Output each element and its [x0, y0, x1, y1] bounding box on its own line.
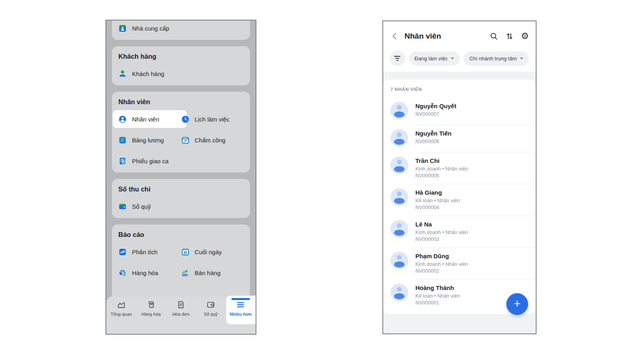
section-title: Khách hàng — [118, 53, 244, 60]
employee-name: Hoàng Thành — [415, 284, 460, 292]
invoice-icon — [176, 300, 186, 309]
overview-icon — [117, 300, 126, 309]
nav-tab-hoa-don[interactable]: Hóa đơn — [166, 300, 196, 334]
employee-role: Kinh doanh • Nhân viên — [415, 230, 468, 235]
employee-row[interactable]: Nguyễn Tiến NV000006 — [383, 125, 536, 152]
section-title: Sổ thu chi — [118, 185, 244, 193]
end-of-day-icon — [181, 248, 190, 256]
employee-role: Kế toán • Nhân viên — [415, 293, 460, 299]
employee-name: Hà Giang — [415, 188, 460, 197]
employee-row[interactable]: Hà Giang Kế toán • Nhân viên NV000004 — [383, 184, 536, 216]
nav-label: Nhiều hơn — [229, 312, 252, 317]
page-title: Nhân viên — [405, 32, 489, 41]
employee-icon — [118, 115, 127, 123]
left-phone-menu-screen: Nhà cung cấp Khách hàng Khách hàng Nhân … — [105, 20, 256, 335]
page: Nhà cung cấp Khách hàng Khách hàng Nhân … — [0, 0, 644, 362]
menu-item-cham-cong[interactable]: Chấm công — [181, 135, 244, 145]
employee-role: Kinh doanh • Nhân viên — [415, 166, 468, 172]
nav-label: Tổng quan — [111, 312, 132, 317]
menu-item-label: Phân tích — [132, 249, 157, 255]
menu-card-partial: Nhà cung cấp — [112, 20, 250, 40]
employee-row[interactable]: Trần Chi Kinh doanh • Nhân viên NV000005 — [383, 152, 536, 184]
employee-id: NV000002 — [415, 268, 468, 274]
avatar — [390, 156, 408, 174]
nav-tab-hang-hoa[interactable]: Hàng hóa — [136, 300, 166, 334]
menu-item-label: Lịch làm việc — [195, 116, 230, 123]
menu-item-khach-hang[interactable]: Khách hàng — [118, 68, 181, 79]
customer-icon — [118, 70, 127, 78]
menu-item-cuoi-ngay[interactable]: Cuối ngày — [181, 247, 244, 257]
menu-item-label: Khách hàng — [132, 70, 164, 77]
menu-item-label: Hàng hóa — [132, 269, 158, 276]
employee-list-card: 7 NHÂN VIÊN Nguyễn Quyết NV000007 Nguyễn… — [383, 80, 536, 314]
employee-id: NV000004 — [415, 205, 460, 210]
menu-item-label: Bảng lương — [132, 137, 164, 144]
menu-item-so-quy[interactable]: Sổ quỹ — [118, 201, 181, 212]
employee-id: NV000003 — [415, 237, 468, 242]
menu-card-so-thu-chi: Sổ thu chi Sổ quỹ — [112, 179, 250, 218]
nav-tab-nhieu-hon[interactable]: Nhiều hơn — [226, 300, 256, 334]
menu-item-label: Nhà cung cấp — [132, 25, 169, 32]
sort-icon[interactable] — [505, 32, 514, 41]
menu-item-label: Bán hàng — [195, 269, 221, 276]
avatar — [390, 284, 408, 301]
employee-name: Phạm Dũng — [415, 252, 468, 260]
employee-row[interactable]: Nguyễn Quyết NV000007 — [383, 97, 536, 125]
back-icon[interactable] — [390, 31, 400, 41]
menu-item-nhan-vien-highlighted[interactable]: Nhân viên — [113, 110, 187, 128]
goods-report-icon — [118, 269, 127, 277]
employee-row[interactable]: Lê Na Kinh doanh • Nhân viên NV000003 — [383, 216, 536, 247]
nav-label: Sổ quỹ — [204, 312, 218, 317]
add-employee-fab[interactable]: + — [506, 293, 528, 315]
menu-item-label: Phiếu giao ca — [132, 158, 169, 165]
more-menu-icon — [236, 300, 245, 309]
menu-item-hang-hoa-report[interactable]: Hàng hóa — [118, 267, 181, 278]
employee-count-label: 7 NHÂN VIÊN — [383, 80, 536, 97]
wallet-icon — [206, 300, 215, 309]
employee-name: Nguyễn Tiến — [415, 129, 452, 138]
employee-row[interactable]: Phạm Dũng Kinh doanh • Nhân viên NV00000… — [383, 247, 536, 279]
products-icon — [147, 300, 156, 309]
filter-chip-branch[interactable]: Chi nhánh trung tâm — [464, 51, 529, 66]
filter-lines-icon[interactable] — [390, 51, 405, 66]
supplier-icon — [118, 24, 127, 33]
menu-item-nha-cung-cap[interactable]: Nhà cung cấp — [118, 23, 244, 33]
menu-card-nhan-vien: Nhân viên Nhân viên Lịch làm việc — [112, 92, 250, 173]
avatar — [390, 188, 408, 206]
employee-id: NV000005 — [415, 173, 468, 179]
nav-tab-so-quy[interactable]: Sổ quỹ — [196, 300, 226, 334]
employee-name: Nguyễn Quyết — [415, 102, 456, 110]
avatar — [390, 252, 408, 269]
timekeeping-icon — [181, 136, 190, 144]
menu-item-phieu-giao-ca[interactable]: Phiếu giao ca — [118, 156, 181, 166]
menu-item-lich-lam-viec[interactable]: Lịch làm việc — [181, 114, 244, 124]
header-area: Nhân viên ⚙ Đa — [383, 21, 536, 72]
search-icon[interactable] — [489, 32, 498, 41]
shift-handover-icon — [118, 157, 127, 165]
menu-item-bang-luong[interactable]: Bảng lương — [118, 135, 181, 145]
employee-id: NV000001 — [415, 300, 460, 306]
avatar — [390, 220, 408, 238]
nav-label: Hóa đơn — [172, 312, 190, 317]
employee-name: Trần Chi — [415, 156, 468, 165]
menu-card-khach-hang: Khách hàng Khách hàng — [112, 46, 250, 85]
cash-book-icon — [118, 202, 127, 211]
chevron-down-icon — [451, 58, 454, 60]
bottom-nav: Tổng quan Hàng hóa Hóa đơn — [106, 296, 256, 334]
menu-item-label: Chấm công — [195, 137, 226, 144]
nav-label: Hàng hóa — [141, 312, 161, 317]
menu-item-label: Nhân viên — [132, 116, 159, 123]
employee-id: NV000006 — [415, 139, 452, 144]
work-schedule-icon — [181, 115, 190, 123]
avatar — [390, 102, 408, 119]
filter-chip-status[interactable]: Đang làm việc — [409, 51, 460, 66]
menu-item-label: Cuối ngày — [195, 249, 222, 255]
nav-tab-tong-quan[interactable]: Tổng quan — [106, 300, 136, 334]
avatar — [390, 129, 408, 147]
settings-gear-icon[interactable]: ⚙ — [521, 32, 529, 41]
right-phone-employee-screen: Nhân viên ⚙ Đa — [382, 21, 537, 334]
menu-item-phan-tich[interactable]: Phân tích — [118, 247, 181, 257]
chip-label: Chi nhánh trung tâm — [469, 56, 517, 62]
chip-label: Đang làm việc — [415, 56, 448, 62]
menu-item-ban-hang-report[interactable]: Bán hàng — [181, 267, 244, 278]
